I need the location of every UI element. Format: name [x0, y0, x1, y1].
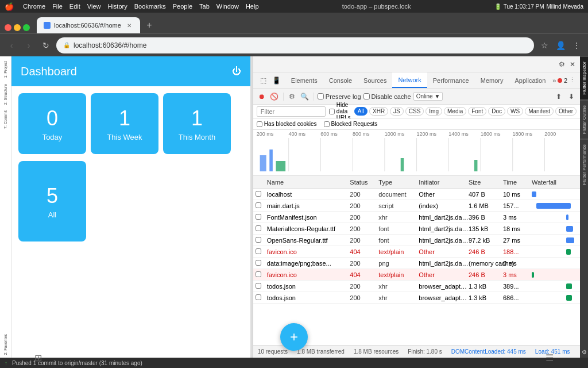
export-button[interactable]: ⬇	[566, 91, 577, 102]
menu-help[interactable]: Help	[246, 3, 259, 10]
filter-button[interactable]: ⚙	[287, 91, 297, 102]
tab-sources[interactable]: Sources	[358, 72, 392, 88]
tab-network[interactable]: Network	[392, 72, 427, 88]
import-button[interactable]: ⬆	[554, 91, 564, 102]
refresh-button[interactable]: ↻	[39, 39, 53, 52]
power-icon[interactable]: ⏻	[232, 66, 241, 76]
table-row[interactable]: data:image/png;base... 200 png html_dart…	[253, 258, 580, 269]
menu-tab[interactable]: Tab	[199, 3, 210, 10]
close-button[interactable]	[5, 24, 11, 31]
menu-chrome[interactable]: Chrome	[23, 3, 45, 10]
time-display: Tue 1:03:17 PM	[504, 3, 544, 10]
row-name: MaterialIcons-Regular.ttf	[267, 225, 350, 232]
table-row[interactable]: FontManifest.json 200 xhr html_dart2js.d…	[253, 212, 580, 223]
tab-close-button[interactable]: ✕	[125, 21, 133, 29]
filter-media[interactable]: Media	[444, 107, 466, 116]
table-row[interactable]: OpenSans-Regular.ttf 200 font html_dart2…	[253, 235, 580, 246]
clear-button[interactable]: 🚫	[269, 91, 280, 102]
devtools-settings-icon[interactable]: ⚙	[559, 60, 565, 68]
rail-structure[interactable]: 2: Structure	[2, 82, 9, 107]
row-time: 27 ms	[503, 237, 532, 244]
tl-1600: 1600 ms	[481, 131, 513, 137]
filter-xhr[interactable]: XHR	[369, 107, 388, 116]
menu-window[interactable]: Window	[216, 3, 239, 10]
filter-type-tags: All XHR JS CSS Img Media Font Doc WS Man…	[354, 107, 577, 116]
menu-button[interactable]: ⋮	[570, 39, 583, 52]
filter-other[interactable]: Other	[555, 107, 577, 116]
filter-input[interactable]	[257, 106, 326, 117]
devtools-errors-icon[interactable]: ⋮	[569, 76, 575, 84]
rail-commit[interactable]: 7: Commit	[2, 108, 9, 131]
minimize-button[interactable]	[14, 24, 21, 31]
table-row[interactable]: MaterialIcons-Regular.ttf 200 font html_…	[253, 223, 580, 235]
url-bar[interactable]: 🔒 localhost:60636/#/home	[56, 37, 534, 53]
tab-application[interactable]: Application	[509, 72, 551, 88]
menu-history[interactable]: History	[107, 3, 127, 10]
bookmark-button[interactable]: ☆	[537, 39, 551, 52]
forward-button[interactable]: ›	[22, 39, 36, 52]
tab-performance[interactable]: Performance	[427, 72, 475, 88]
row-waterfall	[532, 237, 578, 243]
filter-font[interactable]: Font	[468, 107, 486, 116]
maximize-button[interactable]	[23, 24, 30, 31]
tab-elements[interactable]: Elements	[285, 72, 323, 88]
tl-800: 800 ms	[353, 131, 385, 137]
col-header-type: Type	[378, 179, 419, 186]
filter-js[interactable]: JS	[390, 107, 404, 116]
devtools-icon-device[interactable]: 📱	[270, 76, 283, 85]
tab-console[interactable]: Console	[323, 72, 358, 88]
table-row[interactable]: favicon.ico 404 text/plain Other 246 B 1…	[253, 246, 580, 258]
row-initiator: (index)	[419, 202, 469, 209]
card-today[interactable]: 0 Today	[18, 93, 86, 154]
menu-bookmarks[interactable]: Bookmarks	[134, 3, 166, 10]
filter-all[interactable]: All	[354, 107, 368, 116]
table-row[interactable]: todos.json 200 xhr browser_adapter.d... …	[253, 292, 580, 304]
card-all-label: All	[48, 210, 56, 219]
menu-view[interactable]: View	[87, 3, 101, 10]
browser-tab[interactable]: localhost:60636/#/home ✕	[37, 17, 140, 33]
online-selector[interactable]: Online ▼	[413, 92, 443, 101]
table-row[interactable]: main.dart.js 200 script (index) 1.6 MB 1…	[253, 200, 580, 212]
tab-memory[interactable]: Memory	[475, 72, 509, 88]
row-name: localhost	[267, 191, 350, 198]
flutter-inspector-tab[interactable]: Flutter Inspector	[580, 56, 588, 99]
record-button[interactable]: ⏺	[257, 91, 267, 102]
blocked-bar: Has blocked cookies Blocked Requests	[253, 118, 580, 130]
col-header-waterfall: Waterfall	[532, 179, 578, 186]
more-tabs-button[interactable]: »	[552, 77, 556, 84]
lock-icon: 🔒	[63, 42, 70, 48]
bottom-home-icon[interactable]: ⊞	[34, 352, 42, 358]
profile-button[interactable]: 👤	[554, 39, 567, 52]
filter-ws[interactable]: WS	[507, 107, 523, 116]
apple-menu[interactable]: 🍎	[5, 2, 14, 11]
new-tab-button[interactable]: +	[142, 18, 156, 32]
tl-1800: 1800 ms	[513, 131, 545, 137]
blocked-requests-check[interactable]: Blocked Requests	[324, 121, 378, 127]
menu-people[interactable]: People	[173, 3, 192, 10]
row-name: favicon.ico	[267, 248, 350, 255]
filter-manifest[interactable]: Manifest	[525, 107, 554, 116]
table-row[interactable]: localhost 200 document Other 407 B 10 ms	[253, 189, 580, 200]
preserve-log-check[interactable]: Preserve log	[318, 93, 361, 100]
flutter-outline-tab[interactable]: Flutter Outline	[580, 100, 588, 139]
card-all[interactable]: 5 All	[18, 161, 86, 241]
rail-project[interactable]: 1: Project	[2, 59, 9, 80]
network-table: Name Status Type Initiator Size Time Wat…	[253, 176, 580, 345]
row-waterfall	[532, 214, 578, 220]
menu-edit[interactable]: Edit	[69, 3, 80, 10]
back-button[interactable]: ‹	[5, 39, 18, 52]
filter-doc[interactable]: Doc	[488, 107, 505, 116]
search-network-button[interactable]: 🔍	[300, 91, 310, 102]
disable-cache-check[interactable]: Disable cache	[363, 93, 411, 100]
flutter-performance-tab[interactable]: Flutter Performance	[580, 139, 588, 190]
devtools-icon-inspect[interactable]: ⬚	[258, 76, 269, 85]
menu-file[interactable]: File	[52, 3, 63, 10]
card-this-month[interactable]: 1 This Month	[163, 93, 231, 154]
table-row[interactable]: todos.json 200 xhr browser_adapter.d... …	[253, 281, 580, 292]
has-blocked-check[interactable]: Has blocked cookies	[257, 121, 317, 127]
table-row[interactable]: favicon.ico 404 text/plain Other 246 B 3…	[253, 269, 580, 281]
card-this-week[interactable]: 1 This Week	[91, 93, 158, 154]
devtools-close-icon[interactable]: ✕	[570, 60, 575, 68]
filter-img[interactable]: Img	[425, 107, 442, 116]
filter-css[interactable]: CSS	[405, 107, 424, 116]
